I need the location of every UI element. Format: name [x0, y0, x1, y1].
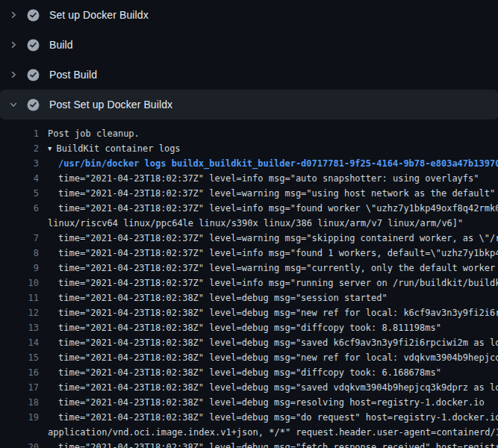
log-line-number[interactable]: 17: [0, 380, 39, 395]
log-line-number[interactable]: 18: [0, 395, 39, 410]
log-line-text: time="2021-04-23T18:02:38Z" level=debug …: [58, 365, 441, 380]
log-line-text: time="2021-04-23T18:02:38Z" level=debug …: [58, 350, 498, 365]
log-line-number[interactable]: 5: [0, 186, 39, 201]
check-circle-icon: [27, 69, 40, 81]
log-command-text: /usr/bin/docker logs buildx_buildkit_bui…: [58, 156, 498, 171]
log-line-text: time="2021-04-23T18:02:38Z" level=debug …: [58, 410, 498, 425]
log-line-number[interactable]: 13: [0, 320, 39, 335]
log-line-text: time="2021-04-23T18:02:37Z" level=warnin…: [58, 261, 498, 276]
log-line-number[interactable]: 3: [0, 156, 39, 171]
log-line-text: time="2021-04-23T18:02:37Z" level=warnin…: [58, 186, 495, 201]
log-line-text: linux/riscv64 linux/ppc64le linux/s390x …: [48, 216, 463, 231]
log-line: 2▼BuildKit container logs: [0, 141, 498, 156]
log-pane: 1Post job cleanup.2▼BuildKit container l…: [0, 119, 498, 448]
chevron-right-icon: [9, 70, 18, 79]
log-line-number[interactable]: 2: [0, 141, 39, 156]
log-line-number[interactable]: 4: [0, 171, 39, 186]
log-line-continuation: application/vnd.oci.image.index.v1+json,…: [0, 425, 498, 440]
log-line-number[interactable]: 14: [0, 335, 39, 350]
log-line-number[interactable]: 1: [0, 126, 39, 141]
log-line-text: time="2021-04-23T18:02:37Z" level=info m…: [58, 246, 498, 261]
check-circle-icon: [27, 9, 40, 22]
log-line: 14time="2021-04-23T18:02:38Z" level=debu…: [0, 335, 498, 350]
log-line: 13time="2021-04-23T18:02:38Z" level=debu…: [0, 320, 498, 335]
log-line: 11time="2021-04-23T18:02:38Z" level=debu…: [0, 290, 498, 305]
log-line: 9time="2021-04-23T18:02:37Z" level=warni…: [0, 261, 498, 276]
check-circle-icon: [27, 39, 40, 52]
log-line-number[interactable]: 8: [0, 246, 39, 261]
step-title: Build: [49, 39, 73, 51]
log-line-number[interactable]: 9: [0, 261, 39, 276]
log-line-text: time="2021-04-23T18:02:38Z" level=debug …: [58, 395, 485, 410]
step-title: Post Build: [49, 69, 97, 81]
log-line: 20time="2021-04-23T18:02:38Z" level=debu…: [0, 440, 498, 448]
log-line: 10time="2021-04-23T18:02:37Z" level=info…: [0, 276, 498, 290]
workflow-log-viewer: Set up Docker BuildxBuildPost BuildPost …: [0, 0, 498, 448]
check-circle-icon: [27, 99, 40, 111]
log-line-number[interactable]: 16: [0, 365, 39, 380]
log-line: 16time="2021-04-23T18:02:38Z" level=debu…: [0, 365, 498, 380]
log-line-text: time="2021-04-23T18:02:37Z" level=info m…: [58, 201, 498, 216]
log-line-number[interactable]: 6: [0, 201, 39, 216]
log-line-continuation: linux/riscv64 linux/ppc64le linux/s390x …: [0, 216, 498, 231]
log-line-text: time="2021-04-23T18:02:38Z" level=debug …: [58, 335, 498, 350]
step-title: Set up Docker Buildx: [49, 9, 149, 21]
log-line: 15time="2021-04-23T18:02:38Z" level=debu…: [0, 350, 498, 365]
log-line-text: time="2021-04-23T18:02:38Z" level=debug …: [58, 440, 498, 448]
log-line: 8time="2021-04-23T18:02:37Z" level=info …: [0, 246, 498, 261]
log-line: 12time="2021-04-23T18:02:38Z" level=debu…: [0, 305, 498, 320]
step-header-3[interactable]: Post Set up Docker Buildx: [0, 90, 498, 119]
log-line: 19time="2021-04-23T18:02:38Z" level=debu…: [0, 410, 498, 425]
log-group-label: BuildKit container logs: [56, 143, 180, 154]
log-line: 18time="2021-04-23T18:02:38Z" level=debu…: [0, 395, 498, 410]
triangle-down-icon: ▼: [48, 141, 52, 156]
log-line: 5time="2021-04-23T18:02:37Z" level=warni…: [0, 186, 498, 201]
log-line-number[interactable]: 12: [0, 305, 39, 320]
log-line: 3/usr/bin/docker logs buildx_buildkit_bu…: [0, 156, 498, 171]
log-line-number[interactable]: 19: [0, 410, 39, 425]
log-line-text: time="2021-04-23T18:02:38Z" level=debug …: [58, 380, 498, 395]
log-line-text: time="2021-04-23T18:02:38Z" level=debug …: [58, 305, 498, 320]
chevron-down-icon: [9, 100, 18, 109]
log-line-text: time="2021-04-23T18:02:37Z" level=info m…: [58, 171, 479, 186]
log-line-number[interactable]: 7: [0, 231, 39, 246]
log-line-number[interactable]: 20: [0, 440, 39, 448]
log-line-text: Post job cleanup.: [48, 126, 140, 141]
log-group-toggle[interactable]: ▼BuildKit container logs: [48, 141, 181, 156]
log-line-number[interactable]: 10: [0, 276, 39, 290]
log-line: 6time="2021-04-23T18:02:37Z" level=info …: [0, 201, 498, 216]
log-line-number[interactable]: 15: [0, 350, 39, 365]
log-line: 17time="2021-04-23T18:02:38Z" level=debu…: [0, 380, 498, 395]
step-title: Post Set up Docker Buildx: [49, 99, 172, 111]
step-header-2[interactable]: Post Build: [0, 60, 498, 90]
log-line-text: time="2021-04-23T18:02:38Z" level=debug …: [58, 290, 387, 305]
log-line: 1Post job cleanup.: [0, 126, 498, 141]
log-line-text: time="2021-04-23T18:02:38Z" level=debug …: [58, 320, 441, 335]
log-line: 4time="2021-04-23T18:02:37Z" level=info …: [0, 171, 498, 186]
log-line-number[interactable]: 11: [0, 290, 39, 305]
step-header-0[interactable]: Set up Docker Buildx: [0, 0, 498, 30]
step-header-1[interactable]: Build: [0, 30, 498, 60]
log-line-text: time="2021-04-23T18:02:37Z" level=info m…: [58, 276, 498, 290]
log-line-text: application/vnd.oci.image.index.v1+json,…: [48, 425, 498, 440]
chevron-right-icon: [9, 40, 18, 49]
steps-list: Set up Docker BuildxBuildPost BuildPost …: [0, 0, 498, 119]
log-line-text: time="2021-04-23T18:02:37Z" level=warnin…: [58, 231, 498, 246]
chevron-right-icon: [9, 10, 18, 19]
log-line: 7time="2021-04-23T18:02:37Z" level=warni…: [0, 231, 498, 246]
